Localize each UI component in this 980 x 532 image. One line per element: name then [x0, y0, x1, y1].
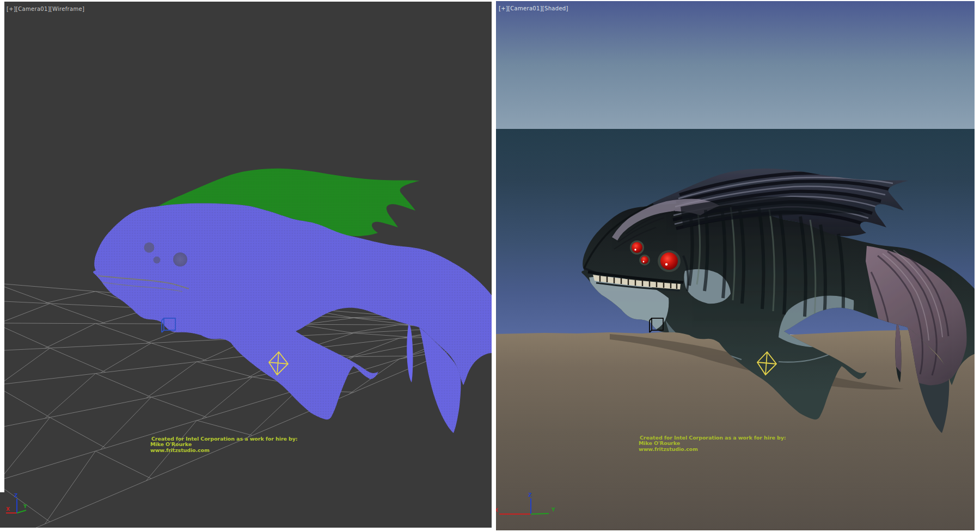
axis-y-label-wire: Y — [23, 504, 27, 509]
svg-text:Mike O'Rourke: Mike O'Rourke — [639, 440, 680, 446]
svg-text:www.fritzstudio.com: www.fritzstudio.com — [639, 446, 698, 452]
svg-text:www.fritzstudio.com: www.fritzstudio.com — [150, 447, 210, 453]
axis-z-label-wire: Z — [14, 493, 18, 498]
viewport-label-shaded[interactable]: [+][Camera01][Shaded] — [499, 5, 568, 11]
axis-y-label-shaded: Y — [551, 507, 555, 512]
fish-eye-spot-3 — [173, 252, 187, 267]
eye-large — [660, 252, 678, 270]
axis-x-label-shaded: X — [494, 508, 498, 513]
sky[interactable] — [496, 1, 975, 129]
axis-x-label-wire: X — [6, 506, 10, 512]
fish-eye-spot-1 — [144, 243, 155, 253]
viewport-shaded: X Z Y [+][Camera01][Shaded] Created for … — [494, 1, 980, 530]
wireframe-viewport-edge-fill — [0, 492, 4, 528]
viewport-label-wireframe[interactable]: [+][Camera01][Wireframe] — [7, 6, 84, 12]
axis-z-label-shaded: Z — [528, 492, 532, 498]
eye-upper — [632, 242, 642, 253]
dual-viewport-canvas: X Z Y [+][Camera01][Wireframe] Created f… — [0, 0, 980, 532]
fish-eye-spot-2 — [154, 257, 161, 264]
svg-text:Mike O'Rourke: Mike O'Rourke — [150, 441, 192, 447]
eye-small — [641, 256, 648, 264]
